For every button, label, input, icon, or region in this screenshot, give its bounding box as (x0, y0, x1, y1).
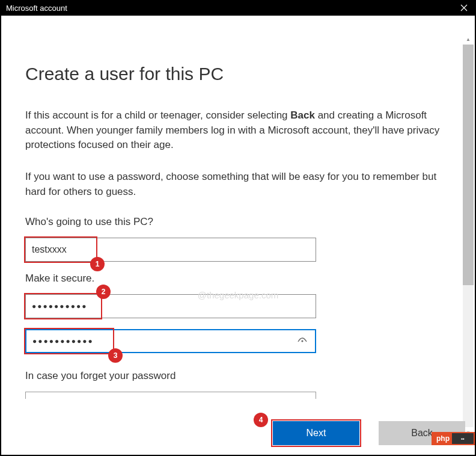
annotation-badge-1: 1 (90, 257, 105, 271)
svg-point-0 (301, 340, 303, 342)
content-area: Create a user for this PC If this accoun… (0, 16, 476, 456)
annotation-badge-3: 3 (108, 348, 123, 363)
password-input[interactable] (25, 294, 316, 318)
title-bar: Microsoft account (0, 0, 476, 16)
username-label: Who's going to use this PC? (25, 216, 452, 228)
intro-paragraph-2: If you want to use a password, choose so… (25, 170, 452, 199)
vertical-scrollbar[interactable]: ▲ ▼ (463, 34, 474, 438)
intro-paragraph-1: If this account is for a child or teenag… (25, 108, 452, 153)
reveal-password-icon[interactable] (297, 336, 308, 347)
close-icon (460, 4, 468, 11)
password-row: 2 (25, 294, 452, 318)
confirm-password-input[interactable] (25, 329, 316, 353)
close-button[interactable] (452, 0, 476, 16)
password-label: Make it secure. (25, 273, 452, 285)
hint-label: In case you forget your password (25, 370, 452, 382)
annotation-badge-4: 4 (254, 413, 268, 427)
next-button[interactable]: Next (273, 421, 359, 445)
php-watermark-box: ▪▪ (452, 433, 474, 444)
scrollbar-thumb[interactable] (463, 45, 474, 285)
username-row: 1 (25, 238, 452, 262)
username-input[interactable] (25, 238, 316, 262)
window-title: Microsoft account (6, 4, 67, 13)
security-hint-input[interactable] (25, 392, 316, 399)
confirm-password-row: 3 (25, 329, 452, 353)
php-watermark: php ▪▪ (432, 432, 476, 445)
page-heading: Create a user for this PC (25, 64, 452, 84)
scroll-up-icon[interactable]: ▲ (463, 34, 474, 45)
scrollbar-track[interactable] (463, 45, 474, 427)
